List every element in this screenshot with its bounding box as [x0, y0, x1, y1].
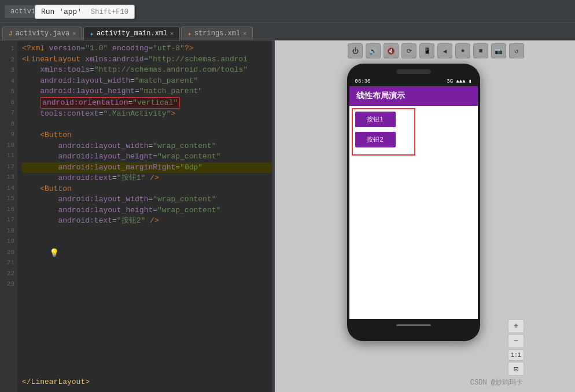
volume-icon[interactable]: 🔊 [366, 43, 381, 58]
code-line-1: <?xml version="1.0" encoding="utf-8"?> [22, 43, 272, 54]
phone-speaker [396, 69, 431, 74]
phone-bottom [347, 331, 480, 341]
code-line-3: xmlns:tools="http://schemas.android.com/… [22, 65, 272, 76]
run-tooltip[interactable]: Run 'app' Shift+F10 [35, 5, 135, 19]
code-line-14: <Button [22, 184, 272, 195]
zoom-ratio: 1:1 [508, 349, 524, 361]
closing-tag: </LinearLayout> [22, 378, 90, 386]
tooltip-shortcut: Shift+F10 [91, 8, 128, 16]
phone-button2[interactable]: 按钮2 [355, 132, 396, 147]
square-icon[interactable]: ■ [473, 43, 488, 58]
main-area: 1 2 3 4 5 6 7 8 9 10 11 12 13 14 15 16 1… [0, 40, 575, 392]
phone-content: 按钮1 按钮2 [349, 106, 478, 319]
tab-activity-main[interactable]: ✦ activity_main.xml ✕ [83, 27, 180, 40]
xml-icon: ✦ [90, 30, 94, 38]
zoom-out-button[interactable]: − [508, 334, 524, 348]
code-line-5: android:layout_height="match_parent" [22, 86, 272, 97]
phone-time: 06:30 [355, 79, 371, 84]
code-line-19: 💡 [22, 237, 272, 270]
code-editor[interactable]: <?xml version="1.0" encoding="utf-8"?> <… [17, 40, 272, 392]
zoom-fit-button[interactable]: ⊡ [508, 362, 524, 376]
tab-activity-main-close[interactable]: ✕ [170, 30, 174, 37]
phone-network: 3G [447, 79, 453, 84]
code-line-18 [22, 227, 272, 238]
phone-preview: ⏻ 🔊 🔇 ⟳ 📱 ◀ ● ■ 📷 ↺ 06:30 3G ▲▲▲ ▮ [275, 40, 552, 392]
line-gutter: 1 2 3 4 5 6 7 8 9 10 11 12 13 14 15 16 1… [0, 40, 17, 392]
code-line-7: tools:context=".MainActivity"> [22, 109, 272, 120]
code-line-13: android:text="按钮1" /> [22, 173, 272, 184]
phone-network-status: 3G ▲▲▲ ▮ [447, 78, 471, 84]
code-line-10: android:layout_width="wrap_content" [22, 141, 272, 152]
zoom-controls: + − 1:1 ⊡ [508, 319, 524, 376]
phone-status-bar: 06:30 3G ▲▲▲ ▮ [349, 76, 478, 86]
phone-home-bar [349, 319, 478, 331]
phone-signal: ▲▲▲ ▮ [456, 79, 471, 84]
phone-button1[interactable]: 按钮1 [355, 112, 396, 127]
java-icon: J [9, 30, 13, 37]
strings-icon: ✦ [187, 30, 191, 38]
code-line-12: android:layout_marginRight="0dp" [22, 162, 272, 173]
code-line-16: android:layout_height="wrap_content" [22, 205, 272, 216]
tab-java-label: activity.java [16, 29, 70, 38]
back-icon[interactable]: ◀ [437, 43, 452, 58]
tab-activity-main-label: activity_main.xml [97, 29, 167, 38]
refresh-icon[interactable]: ↺ [509, 43, 524, 58]
code-line-4: android:layout_width="match_parent" [22, 76, 272, 87]
phone-screen: 06:30 3G ▲▲▲ ▮ 线性布局演示 按钮1 按钮2 [349, 76, 478, 319]
tab-bar: J activity.java ✕ ✦ activity_main.xml ✕ … [0, 23, 575, 40]
tab-strings-close[interactable]: ✕ [243, 30, 246, 37]
tab-java[interactable]: J activity.java ✕ [2, 27, 82, 40]
tab-strings-label: strings.xml [194, 29, 240, 38]
code-line-2: <LinearLayout xmlns:android="http://sche… [22, 54, 272, 65]
right-panel [552, 40, 575, 392]
tab-java-close[interactable]: ✕ [72, 30, 76, 37]
home-icon[interactable]: ● [455, 43, 470, 58]
phone-frame: 06:30 3G ▲▲▲ ▮ 线性布局演示 按钮1 按钮2 [347, 64, 480, 341]
rotate-icon[interactable]: ⟳ [401, 43, 416, 58]
phone-toolbar-icons: ⏻ 🔊 🔇 ⟳ 📱 ◀ ● ■ 📷 ↺ [348, 43, 524, 58]
phone-app-bar: 线性布局演示 [349, 86, 478, 106]
bulb-icon[interactable]: 💡 [49, 249, 59, 258]
screenshot-icon[interactable]: 📷 [491, 43, 506, 58]
tab-strings[interactable]: ✦ strings.xml ✕ [181, 27, 253, 40]
top-toolbar: activity Run 'app' Shift+F10 [0, 0, 575, 23]
portrait-icon[interactable]: 📱 [419, 43, 434, 58]
zoom-in-button[interactable]: + [508, 319, 524, 333]
phone-home-indicator [396, 324, 431, 326]
watermark: CSDN @炒鸡玛卡 [470, 378, 523, 387]
power-icon[interactable]: ⏻ [348, 43, 363, 58]
code-line-11: android:layout_height="wrap_content" [22, 151, 272, 162]
phone-app-title: 线性布局演示 [356, 91, 405, 101]
code-line-8 [22, 120, 272, 131]
code-line-6: android:orientation="vertical" [22, 97, 272, 109]
code-line-17: android:text="按钮2" /> [22, 216, 272, 227]
tooltip-text: Run 'app' [41, 8, 82, 16]
mute-icon[interactable]: 🔇 [384, 43, 399, 58]
code-line-9: <Button [22, 130, 272, 141]
closing-tag-line: </LinearLayout> [22, 378, 90, 386]
code-line-15: android:layout_width="wrap_content" [22, 194, 272, 205]
